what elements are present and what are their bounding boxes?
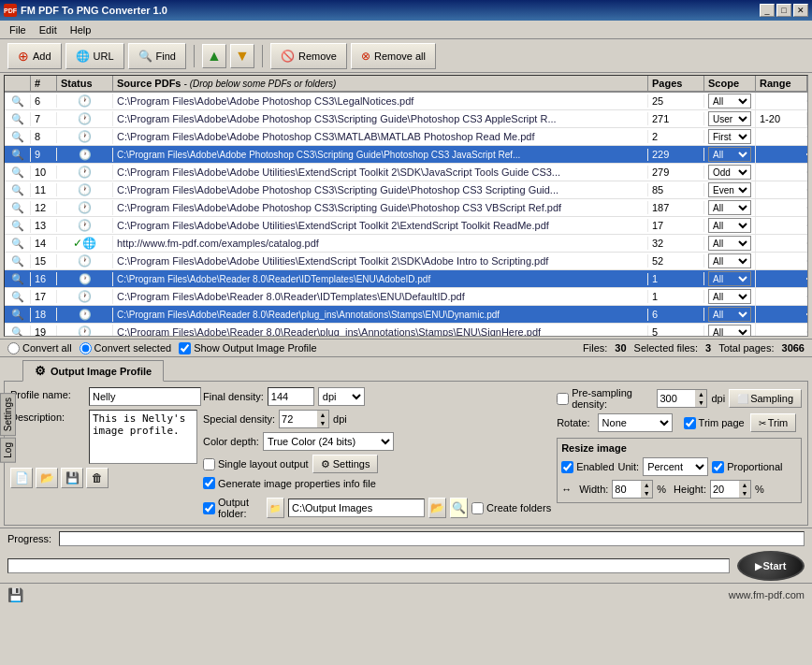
table-row[interactable]: 🔍 18 🕐 C:\Program Files\Adobe\Reader 8.0…	[5, 306, 807, 324]
description-textarea[interactable]: This is Nelly's image profile.	[89, 410, 197, 464]
close-button[interactable]: ✕	[793, 4, 808, 17]
scope-select[interactable]: All	[708, 271, 751, 286]
scope-select[interactable]: User	[708, 111, 751, 126]
sampling-button[interactable]: ⬜ Sampling	[729, 389, 802, 408]
clock-icon: 🕐	[78, 130, 92, 143]
width-input[interactable]	[613, 481, 641, 498]
browse-folder-button[interactable]: 📂	[428, 498, 446, 518]
show-profile-checkbox[interactable]: Show Output Image Profile	[179, 342, 316, 354]
table-row[interactable]: 🔍 14 ✓ 🌐 http://www.fm-pdf.com/examples/…	[5, 235, 807, 253]
output-folder-input[interactable]	[288, 499, 425, 517]
menu-file[interactable]: File	[4, 22, 32, 37]
maximize-button[interactable]: □	[776, 4, 791, 17]
remove-button[interactable]: 🚫 Remove	[270, 43, 347, 69]
spinbox-up[interactable]: ▲	[695, 390, 706, 398]
profile-name-input[interactable]	[89, 387, 201, 406]
website-url: www.fm-pdf.com	[729, 589, 805, 600]
scope-select[interactable]: All	[708, 147, 751, 162]
single-layout-checkbox[interactable]: Single layout output	[203, 458, 309, 470]
scope-select[interactable]: All	[708, 253, 751, 268]
final-density-unit-select[interactable]: dpi	[318, 387, 365, 406]
table-row[interactable]: 🔍 6 🕐 C:\Program Files\Adobe\Adobe Photo…	[5, 93, 807, 110]
convert-selected-radio[interactable]: Convert selected	[80, 342, 172, 354]
output-folder-checkbox[interactable]: Output folder:	[203, 497, 263, 519]
color-depth-select[interactable]: True Color (24 bits) 256 Colors (8 bits)…	[263, 432, 394, 451]
pre-sampling-input[interactable]	[658, 390, 695, 407]
remove-all-icon: ⊗	[361, 50, 370, 63]
scope-select[interactable]: First	[708, 129, 751, 144]
scope-select[interactable]: Odd	[708, 165, 751, 180]
scope-select[interactable]: All	[708, 325, 751, 337]
spinbox-up[interactable]: ▲	[317, 411, 328, 419]
table-row[interactable]: 🔍 7 🕐 C:\Program Files\Adobe\Adobe Photo…	[5, 110, 807, 128]
spinbox-down[interactable]: ▼	[317, 419, 328, 427]
minimize-button[interactable]: _	[760, 4, 775, 17]
table-row[interactable]: 🔍 10 🕐 C:\Program Files\Adobe\Adobe Util…	[5, 164, 807, 181]
scope-select[interactable]: All	[708, 307, 751, 322]
width-down[interactable]: ▼	[641, 489, 652, 498]
remove-all-button[interactable]: ⊗ Remove all	[351, 43, 436, 69]
scope-select[interactable]: All	[708, 200, 751, 215]
log-side-tab[interactable]: Log	[0, 438, 16, 463]
scope-select[interactable]: All	[708, 236, 751, 251]
resize-enabled-checkbox[interactable]: Enabled	[561, 461, 614, 473]
url-button[interactable]: 🌐 URL	[65, 43, 124, 69]
profile-buttons: 📄 📂 💾 🗑	[10, 468, 197, 488]
move-up-button[interactable]: ▲	[202, 44, 226, 68]
scope-select[interactable]: All	[708, 289, 751, 304]
right-panel: Pre-sampling density: ▲ ▼ dpi ⬜	[557, 387, 802, 519]
row-icon: 🔍	[11, 184, 24, 196]
table-row[interactable]: 🔍 19 🕐 C:\Program Files\Adobe\Reader 8.0…	[5, 324, 807, 337]
convert-all-radio[interactable]: Convert all	[7, 342, 72, 354]
trim-page-checkbox[interactable]: Trim page	[684, 417, 745, 429]
scope-select[interactable]: All	[708, 94, 751, 108]
row-icon: 🔍	[11, 273, 24, 285]
width-label: Width:	[579, 484, 608, 495]
scope-select[interactable]: All	[708, 218, 751, 233]
scope-select[interactable]: Even	[708, 182, 751, 197]
menu-edit[interactable]: Edit	[34, 22, 63, 37]
settings-side-tab[interactable]: Settings	[0, 393, 16, 436]
height-unit: %	[755, 484, 764, 495]
table-row[interactable]: 🔍 12 🕐 C:\Program Files\Adobe\Adobe Phot…	[5, 199, 807, 217]
table-row[interactable]: 🔍 13 🕐 C:\Program Files\Adobe\Adobe Util…	[5, 217, 807, 235]
table-row[interactable]: 🔍 16 🕐 C:\Program Files\Adobe\Reader 8.0…	[5, 270, 807, 288]
height-input[interactable]	[711, 481, 739, 498]
clock-icon: 🕐	[78, 290, 92, 303]
generate-info-checkbox[interactable]: Generate image properties info file	[203, 477, 376, 489]
proportional-checkbox[interactable]: Proportional	[712, 461, 782, 473]
special-density-label: Special density:	[203, 413, 275, 425]
width-up[interactable]: ▲	[641, 481, 652, 489]
rotate-select[interactable]: None 90 CW 90 CCW 180	[598, 413, 673, 432]
special-density-input[interactable]	[280, 411, 317, 427]
table-row[interactable]: 🔍 11 🕐 C:\Program Files\Adobe\Adobe Phot…	[5, 181, 807, 199]
spinbox-down[interactable]: ▼	[695, 398, 706, 407]
open-profile-button[interactable]: 📂	[36, 468, 58, 488]
delete-profile-button[interactable]: 🗑	[86, 468, 109, 488]
table-row[interactable]: 🔍 15 🕐 C:\Program Files\Adobe\Adobe Util…	[5, 253, 807, 270]
resize-unit-select[interactable]: Percent Pixels	[643, 457, 708, 476]
row-icon: 🔍	[11, 238, 24, 250]
search-folder-button[interactable]: 🔍	[450, 498, 468, 518]
title-bar: PDF FM PDF To PNG Converter 1.0 _ □ ✕	[0, 0, 812, 21]
profile-left-panel: Profile name: Description: This is Nelly…	[10, 387, 197, 519]
pre-sampling-checkbox[interactable]: Pre-sampling density:	[557, 387, 653, 410]
output-profile-tab[interactable]: ⚙ Output Image Profile	[22, 360, 164, 382]
find-button[interactable]: 🔍 Find	[128, 43, 186, 69]
save-profile-button[interactable]: 💾	[61, 468, 83, 488]
add-button[interactable]: ⊕ Add	[7, 43, 62, 69]
table-row[interactable]: 🔍 17 🕐 C:\Program Files\Adobe\Reader 8.0…	[5, 288, 807, 306]
height-down[interactable]: ▼	[739, 489, 750, 498]
table-row[interactable]: 🔍 8 🕐 C:\Program Files\Adobe\Adobe Photo…	[5, 128, 807, 146]
trim-button[interactable]: ✂ Trim	[750, 413, 797, 432]
settings-button[interactable]: ⚙ Settings	[312, 455, 379, 473]
move-down-button[interactable]: ▼	[230, 44, 254, 68]
final-density-input[interactable]	[268, 387, 314, 406]
table-row[interactable]: 🔍 9 🕐 C:\Program Files\Adobe\Adobe Photo…	[5, 146, 807, 164]
output-folder-icon-button[interactable]: 📁	[267, 498, 284, 518]
create-folders-checkbox[interactable]: Create folders	[471, 502, 551, 514]
menu-help[interactable]: Help	[65, 22, 97, 37]
height-up[interactable]: ▲	[739, 481, 750, 489]
new-profile-button[interactable]: 📄	[10, 468, 33, 488]
start-button[interactable]: ▶ Start	[737, 551, 805, 581]
